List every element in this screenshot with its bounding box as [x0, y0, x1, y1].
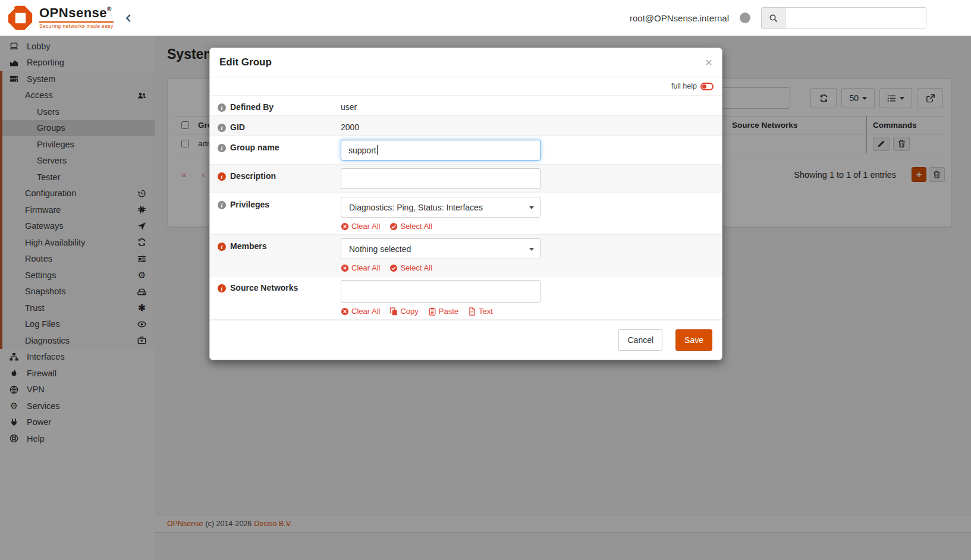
link-label: Clear All — [351, 222, 380, 231]
link-label: Copy — [400, 307, 418, 316]
field-label-text: Members — [230, 241, 266, 251]
info-icon[interactable]: i — [218, 243, 226, 251]
search-icon — [769, 14, 778, 23]
full-help-toggle[interactable] — [700, 83, 714, 90]
selected-value: Nothing selected — [349, 244, 411, 254]
sidebar-collapse-icon[interactable] — [124, 14, 133, 23]
form-row-source-networks: iSource NetworksClear AllCopyPasteText — [210, 276, 722, 320]
field-label: iDefined By — [210, 99, 341, 112]
opnsense-logo[interactable]: OPNsense® Securing networks made easy — [0, 5, 114, 31]
clear-all-link[interactable]: Clear All — [341, 222, 380, 231]
brand-tagline: Securing networks made easy — [39, 21, 114, 29]
copy-icon — [389, 307, 398, 316]
top-navbar: OPNsense® Securing networks made easy ro… — [0, 0, 971, 36]
field-label: iMembers — [210, 238, 341, 272]
field-label-text: Source Networks — [230, 283, 298, 292]
link-label: Clear All — [351, 307, 380, 316]
global-search-input[interactable] — [785, 8, 926, 29]
field-control: user — [341, 99, 722, 112]
full-help-label: full help — [671, 82, 697, 90]
paste-icon — [428, 307, 436, 316]
selected-value: Diagnostics: Ping, Status: Interfaces — [349, 203, 483, 212]
link-label: Select All — [400, 263, 432, 272]
select-all-link[interactable]: Select All — [389, 263, 432, 272]
members-dropdown[interactable]: Nothing selected — [341, 238, 541, 259]
field-static-value: 2000 — [341, 119, 712, 132]
x-circle-icon — [341, 307, 349, 316]
global-search — [761, 7, 926, 29]
opnsense-logo-icon — [7, 5, 33, 31]
info-icon[interactable]: i — [218, 103, 226, 112]
field-static-value: user — [341, 99, 712, 112]
field-control: Diagnostics: Ping, Status: InterfacesCle… — [341, 197, 722, 231]
field-links: Clear AllSelect All — [341, 263, 712, 272]
field-control: Nothing selectedClear AllSelect All — [341, 238, 722, 272]
close-icon[interactable]: × — [705, 58, 712, 67]
link-label: Text — [479, 307, 493, 316]
caret-down-icon — [529, 248, 534, 251]
registered-mark: ® — [107, 6, 112, 12]
field-label-text: GID — [230, 122, 245, 132]
x-circle-icon — [341, 264, 349, 272]
caret-down-icon — [529, 206, 534, 209]
check-circle-icon — [389, 222, 398, 231]
text-cursor — [377, 145, 378, 155]
field-label-text: Group name — [230, 143, 279, 152]
link-label: Select All — [400, 222, 432, 231]
field-control: support — [341, 140, 722, 161]
field-links: Clear AllCopyPasteText — [341, 307, 712, 316]
info-icon[interactable]: i — [218, 284, 226, 292]
form-row-group-name: iGroup namesupport — [210, 136, 722, 165]
input-value: support — [348, 146, 376, 155]
link-label: Paste — [439, 307, 458, 316]
modal-title: Edit Group — [219, 56, 272, 68]
clear-all-link[interactable]: Clear All — [341, 263, 380, 272]
paste-link[interactable]: Paste — [428, 307, 458, 316]
field-label: iPrivileges — [210, 197, 341, 231]
field-control — [341, 168, 722, 189]
form-row-description: iDescription — [210, 165, 722, 193]
cancel-button[interactable]: Cancel — [618, 329, 662, 351]
source-networks-textarea[interactable] — [341, 280, 541, 303]
opnsense-app: OPNsense® Securing networks made easy ro… — [0, 0, 971, 560]
edit-group-modal: Edit Group × full help iDefined ByuseriG… — [209, 48, 722, 360]
form-row-members: iMembersNothing selectedClear AllSelect … — [210, 235, 722, 276]
clear-all-link[interactable]: Clear All — [341, 307, 380, 316]
form-row-defined-by: iDefined Byuser — [210, 96, 722, 116]
copy-link[interactable]: Copy — [389, 307, 418, 316]
field-links: Clear AllSelect All — [341, 222, 712, 231]
form-row-gid: iGID2000 — [210, 116, 722, 136]
user-status-dot[interactable] — [740, 12, 750, 23]
info-icon[interactable]: i — [218, 172, 226, 181]
field-label-text: Description — [230, 171, 276, 181]
info-icon[interactable]: i — [218, 124, 226, 132]
logged-in-user: root@OPNsense.internal — [630, 13, 729, 23]
field-label: iGID — [210, 119, 341, 132]
file-text-icon — [468, 307, 476, 316]
select-all-link[interactable]: Select All — [389, 222, 432, 231]
field-label-text: Privileges — [230, 200, 269, 209]
info-icon[interactable]: i — [218, 201, 226, 209]
info-icon[interactable]: i — [218, 144, 226, 152]
check-circle-icon — [389, 264, 398, 272]
description-input[interactable] — [341, 168, 541, 189]
text-link[interactable]: Text — [468, 307, 493, 316]
form-row-privileges: iPrivilegesDiagnostics: Ping, Status: In… — [210, 193, 722, 235]
privileges-dropdown[interactable]: Diagnostics: Ping, Status: Interfaces — [341, 197, 541, 218]
field-label: iSource Networks — [210, 280, 341, 316]
field-label: iGroup name — [210, 140, 341, 161]
brand-name: OPNsense® — [39, 5, 112, 20]
link-label: Clear All — [351, 263, 380, 272]
field-control: Clear AllCopyPasteText — [341, 280, 722, 316]
field-label: iDescription — [210, 168, 341, 189]
field-label-text: Defined By — [230, 102, 274, 112]
save-button[interactable]: Save — [675, 329, 712, 351]
field-control: 2000 — [341, 119, 722, 132]
search-addon — [762, 8, 785, 29]
group-name-input[interactable]: support — [341, 140, 541, 161]
x-circle-icon — [341, 222, 349, 231]
